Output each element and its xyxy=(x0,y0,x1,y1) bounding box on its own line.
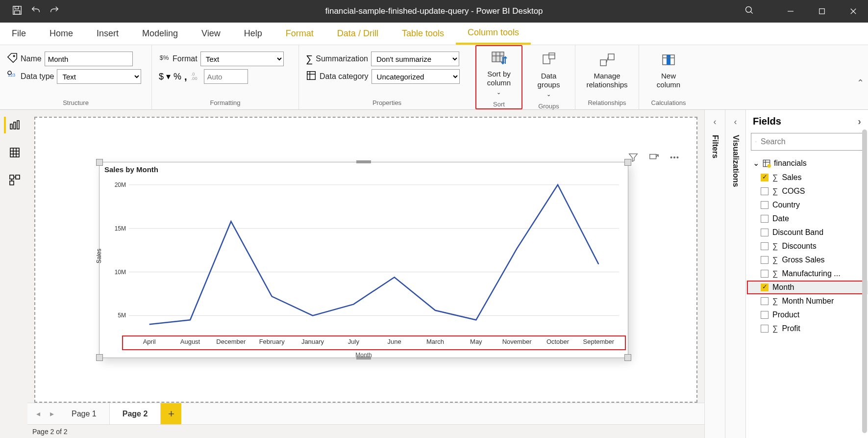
sigma-icon: ∑ xyxy=(772,269,778,278)
decimal-icon: .0.00 xyxy=(190,70,201,83)
sigma-icon: ∑ xyxy=(772,256,778,264)
group-label-formatting: Formatting xyxy=(159,99,292,106)
field-row[interactable]: ∑ Discounts xyxy=(746,239,868,253)
field-checkbox[interactable] xyxy=(761,201,769,209)
chart-visual[interactable]: Sales by Month Sales Month 5M10M15M20MAp… xyxy=(99,162,628,358)
group-label-properties: Properties xyxy=(306,99,468,106)
field-checkbox[interactable] xyxy=(761,215,769,223)
svg-point-44 xyxy=(670,157,672,158)
page-tab[interactable]: Page 2 xyxy=(110,403,161,424)
expand-icon[interactable]: ⌄ xyxy=(753,158,759,168)
menu-tab-view[interactable]: View xyxy=(190,23,232,45)
comma-icon: , xyxy=(184,71,187,82)
maximize-button[interactable] xyxy=(807,0,837,23)
menu-tab-modeling[interactable]: Modeling xyxy=(130,23,190,45)
ribbon-collapse-icon[interactable]: ⌃ xyxy=(857,77,864,88)
field-checkbox[interactable] xyxy=(761,256,769,264)
more-icon[interactable] xyxy=(669,152,680,165)
field-row[interactable]: ∑ Manufacturing ... xyxy=(746,267,868,281)
summarization-select[interactable]: Don't summarize xyxy=(371,52,459,66)
visualizations-pane-collapsed[interactable]: ‹ Visualizations xyxy=(725,110,745,438)
titlebar: financial-sample-finished-update-query -… xyxy=(0,0,868,23)
table-node[interactable]: ⌄ financials xyxy=(746,155,868,171)
chevron-left-icon[interactable]: ‹ xyxy=(734,117,737,127)
field-row[interactable]: Country xyxy=(746,198,868,212)
name-label: Name xyxy=(21,54,42,63)
field-row[interactable]: ∑ Gross Sales xyxy=(746,253,868,267)
field-label: Profit xyxy=(782,324,800,333)
field-label: Date xyxy=(772,214,789,223)
filters-pane-collapsed[interactable]: ‹ Filters xyxy=(704,110,725,438)
field-checkbox[interactable] xyxy=(761,311,769,319)
sort-by-column-button[interactable]: Sort by column⌄ xyxy=(481,48,517,98)
redo-icon[interactable] xyxy=(49,5,60,18)
datacategory-label: Data category xyxy=(320,72,369,81)
menu-tab-home[interactable]: Home xyxy=(38,23,85,45)
svg-rect-30 xyxy=(10,124,12,129)
titlebar-search-icon[interactable] xyxy=(744,5,754,17)
statusbar: Page 2 of 2 xyxy=(27,424,704,438)
datacategory-select[interactable]: Uncategorized xyxy=(372,69,460,84)
field-checkbox[interactable] xyxy=(761,229,769,236)
svg-rect-2 xyxy=(15,11,20,14)
field-checkbox[interactable] xyxy=(761,187,769,195)
svg-rect-33 xyxy=(10,148,19,157)
add-page-button[interactable]: + xyxy=(161,403,181,424)
field-row[interactable]: ∑ Month Number xyxy=(746,294,868,308)
field-checkbox[interactable] xyxy=(761,325,769,333)
menu-tab-help[interactable]: Help xyxy=(232,23,274,45)
rail-data[interactable] xyxy=(4,144,24,161)
close-button[interactable] xyxy=(839,0,868,23)
fields-title: Fields xyxy=(753,116,781,127)
menu-tab-data-drill[interactable]: Data / Drill xyxy=(325,23,390,45)
chevron-left-icon[interactable]: ‹ xyxy=(714,117,717,127)
fields-search-input[interactable] xyxy=(761,137,859,146)
field-checkbox[interactable] xyxy=(761,242,769,250)
menu-tab-insert[interactable]: Insert xyxy=(85,23,130,45)
field-row[interactable]: Discount Band xyxy=(746,226,868,239)
field-row[interactable]: ∑ COGS xyxy=(746,184,868,198)
save-icon[interactable] xyxy=(12,5,23,18)
field-row[interactable]: ∑ Profit xyxy=(746,322,868,335)
viz-pane-label: Visualizations xyxy=(731,135,740,187)
field-row[interactable]: Product xyxy=(746,308,868,322)
svg-rect-15 xyxy=(307,72,316,80)
menu-tab-table-tools[interactable]: Table tools xyxy=(390,23,456,45)
menu-tab-column-tools[interactable]: Column tools xyxy=(456,23,531,45)
tag-icon xyxy=(7,52,18,65)
field-checkbox[interactable] xyxy=(761,174,769,181)
name-input[interactable] xyxy=(45,52,133,66)
format-select[interactable]: Text xyxy=(200,52,284,66)
menu-tab-file[interactable]: File xyxy=(0,23,38,45)
new-column-button[interactable]: New column xyxy=(651,50,686,91)
page-tab[interactable]: Page 1 xyxy=(59,403,110,424)
undo-icon[interactable] xyxy=(30,5,41,18)
svg-rect-1 xyxy=(15,6,18,9)
datatype-icon: 123 xyxy=(7,70,18,83)
field-row[interactable]: ∑ Sales xyxy=(746,171,868,184)
sigma-icon: ∑ xyxy=(772,242,778,251)
field-checkbox[interactable] xyxy=(761,297,769,305)
svg-rect-40 xyxy=(10,181,14,185)
manage-relationships-button[interactable]: Manage relationships xyxy=(580,50,633,91)
field-row[interactable]: Month xyxy=(746,281,868,294)
svg-rect-26 xyxy=(608,54,614,60)
sigma-icon: ∑ xyxy=(306,53,313,65)
report-canvas[interactable]: Sales by Month Sales Month 5M10M15M20MAp… xyxy=(34,117,697,403)
field-row[interactable]: Date xyxy=(746,212,868,226)
menu-tab-format[interactable]: Format xyxy=(274,23,325,45)
datatype-select[interactable]: Text xyxy=(57,69,141,84)
fields-search[interactable] xyxy=(751,133,863,151)
chevron-right-icon[interactable]: › xyxy=(858,116,861,127)
page-next[interactable]: ▸ xyxy=(45,407,59,421)
field-checkbox[interactable] xyxy=(761,270,769,278)
focus-icon[interactable] xyxy=(648,152,659,165)
scrollbar[interactable] xyxy=(862,129,867,433)
field-label: Discount Band xyxy=(772,228,823,237)
rail-report[interactable] xyxy=(4,117,24,133)
svg-rect-25 xyxy=(600,60,606,66)
minimize-button[interactable] xyxy=(776,0,805,23)
rail-model[interactable] xyxy=(4,172,24,188)
page-prev[interactable]: ◂ xyxy=(31,407,45,421)
data-groups-button[interactable]: Data groups⌄ xyxy=(532,50,566,100)
